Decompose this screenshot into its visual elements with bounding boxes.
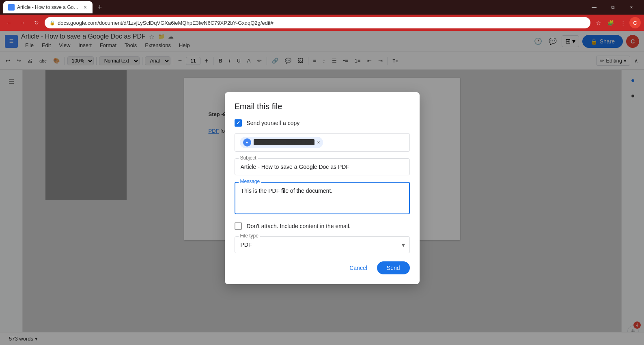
new-tab-button[interactable]: + xyxy=(94,2,106,13)
address-bar-row: ← → ↻ 🔒 docs.google.com/document/d/1zvjL… xyxy=(0,15,644,31)
subject-field-group: Subject xyxy=(235,158,410,175)
tab-bar: Article - How to save a Google D... × + … xyxy=(0,0,644,15)
tab-favicon xyxy=(8,4,15,11)
forward-button[interactable]: → xyxy=(17,17,28,28)
bookmark-this-tab-button[interactable]: ☆ xyxy=(593,17,604,28)
recipient-avatar: ● xyxy=(243,138,251,147)
address-bar[interactable]: 🔒 docs.google.com/document/d/1zvjLySclDq… xyxy=(45,17,590,28)
message-field-group: Message This is the PDF file of the docu… xyxy=(235,182,410,216)
ssl-lock-icon: 🔒 xyxy=(50,20,55,26)
extensions-button[interactable]: 🧩 xyxy=(605,17,616,28)
recipients-field[interactable]: ● ●●●●●●●●●●@gmail.com × xyxy=(235,133,410,152)
recipient-remove-button[interactable]: × xyxy=(317,140,320,145)
checkbox-check-icon: ✓ xyxy=(236,120,240,126)
url-text: docs.google.com/document/d/1zvjLySclDqVG… xyxy=(58,20,586,26)
subject-label: Subject xyxy=(239,155,258,161)
file-type-select[interactable]: PDF Microsoft Word (.docx) Plain Text (.… xyxy=(235,236,410,253)
browser-menu-button[interactable]: ⋮ xyxy=(617,17,629,28)
file-type-label: File type xyxy=(239,233,260,239)
subject-input[interactable] xyxy=(235,158,410,175)
send-yourself-label: Send yourself a copy xyxy=(247,120,300,126)
modal-overlay: Email this file ✓ Send yourself a copy ●… xyxy=(0,31,644,345)
dialog-title: Email this file xyxy=(235,102,410,111)
message-textarea[interactable]: This is the PDF file of the document. xyxy=(235,182,410,214)
dialog-actions: Cancel Send xyxy=(235,261,410,274)
message-label: Message xyxy=(239,179,262,184)
minimize-button[interactable]: — xyxy=(585,0,603,15)
send-yourself-checkbox[interactable]: ✓ xyxy=(235,119,242,127)
browser-toolbar-icons: ☆ 🧩 ⋮ C xyxy=(593,17,641,28)
window-controls: — ⧉ × xyxy=(585,0,641,15)
back-button[interactable]: ← xyxy=(3,17,15,28)
recipient-chip: ● ●●●●●●●●●●@gmail.com × xyxy=(240,137,323,148)
tab-title: Article - How to save a Google D... xyxy=(17,4,80,10)
dont-attach-label: Don't attach. Include content in the ema… xyxy=(247,223,351,229)
close-button[interactable]: × xyxy=(622,0,641,15)
browser-profile-button[interactable]: C xyxy=(629,17,641,28)
dont-attach-row: Don't attach. Include content in the ema… xyxy=(235,222,410,230)
dont-attach-checkbox[interactable] xyxy=(235,222,242,230)
send-button[interactable]: Send xyxy=(377,261,410,274)
cancel-button[interactable]: Cancel xyxy=(343,261,374,274)
refresh-button[interactable]: ↻ xyxy=(31,17,42,28)
active-tab[interactable]: Article - How to save a Google D... × xyxy=(3,1,93,13)
email-dialog: Email this file ✓ Send yourself a copy ●… xyxy=(225,92,420,284)
file-type-group: File type PDF Microsoft Word (.docx) Pla… xyxy=(235,236,410,253)
send-yourself-row: ✓ Send yourself a copy xyxy=(235,119,410,127)
tab-close-button[interactable]: × xyxy=(83,3,88,11)
browser-chrome: Article - How to save a Google D... × + … xyxy=(0,0,644,31)
recipient-email-text: ●●●●●●●●●●@gmail.com xyxy=(254,139,315,145)
restore-button[interactable]: ⧉ xyxy=(603,0,622,15)
